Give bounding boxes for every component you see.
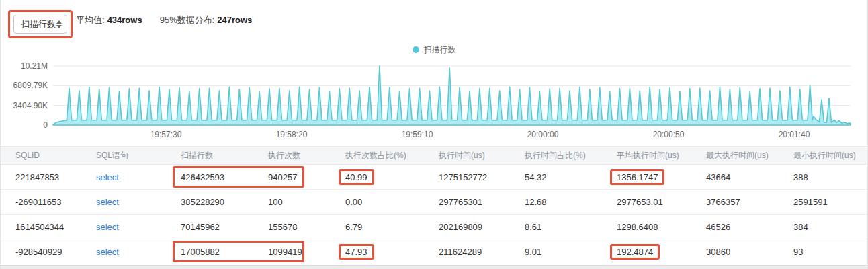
- cell-exec_time: 297765301: [424, 190, 510, 214]
- cell-avg_time: 1356.1747: [602, 165, 691, 189]
- cell-exec_time: 1275152772: [424, 165, 510, 189]
- legend-label: 扫描行数: [424, 44, 456, 56]
- annotation-box-avg_time: 1356.1747: [610, 169, 664, 185]
- cell-scan_rows: 385228290: [166, 190, 253, 214]
- stat-p95-value: 247rows: [217, 15, 252, 25]
- chart-legend[interactable]: 扫描行数: [1, 40, 867, 59]
- scan-rows-area-chart[interactable]: 10.21M6809.79K3404.90K019:57:3019:58:201…: [1, 59, 868, 145]
- column-header: 最小执行时间(us): [779, 147, 868, 164]
- x-axis-tick-label: 20:00:50: [653, 130, 685, 139]
- sql-stats-table: SQLIDSQL语句扫描行数执行次数执行次数占比(%)执行时间(us)执行时间占…: [1, 146, 867, 264]
- cell-exec_count: 940257: [253, 165, 331, 189]
- cell-min_time: 93: [779, 239, 868, 264]
- y-axis-tick-label: 3404.90K: [13, 101, 48, 110]
- sql-statement-link[interactable]: select: [96, 172, 119, 182]
- cell-sqlid: -269011653: [1, 190, 81, 214]
- y-axis-tick-label: 10.21M: [21, 61, 48, 71]
- cell-sql: select: [81, 239, 166, 264]
- x-axis-tick-label: 20:00:00: [527, 130, 559, 139]
- cell-avg_time: 1298.6408: [602, 215, 691, 239]
- table-row: 1614504344select701459621556786.79202169…: [1, 215, 867, 239]
- legend-marker-icon: [413, 46, 419, 53]
- sql-statement-link[interactable]: select: [96, 197, 119, 207]
- x-axis-tick-label: 19:59:10: [402, 130, 433, 139]
- cell-exec_count: 155678: [253, 215, 331, 239]
- cell-max_time: 3766357: [691, 190, 779, 214]
- stats-bar: 平均值:434rows 95%数据分布:247rows: [76, 0, 252, 40]
- column-header: 执行时间(us): [424, 147, 510, 164]
- toolbar: 扫描行数 平均值:434rows 95%数据分布:247rows: [1, 0, 867, 40]
- cell-exec_pct: 6.79: [331, 215, 424, 239]
- area-series-scan-rows[interactable]: [53, 66, 851, 125]
- cell-exec_pct: 40.99: [331, 165, 424, 189]
- cell-min_time: 384: [779, 215, 868, 239]
- annotation-box-exec_pct: 47.93: [339, 244, 374, 260]
- table-row: -928540929select17005882109941947.932116…: [1, 239, 867, 264]
- sql-analytics-panel: 扫描行数 平均值:434rows 95%数据分布:247rows 扫描行数 10…: [0, 0, 868, 269]
- stat-average-value: 434rows: [107, 15, 142, 25]
- cell-sql: select: [81, 190, 166, 214]
- cell-avg_time: 192.4874: [602, 239, 691, 264]
- cell-exec_time_pct: 9.01: [510, 239, 602, 264]
- cell-min_time: 2591591: [779, 190, 868, 214]
- annotation-box-avg_time: 192.4874: [610, 244, 660, 260]
- column-header: 执行次数占比(%): [331, 147, 424, 164]
- metric-select-value: 扫描行数: [21, 18, 56, 30]
- sql-statement-link[interactable]: select: [96, 222, 119, 232]
- cell-max_time: 43664: [691, 165, 779, 189]
- column-header: SQLID: [1, 147, 81, 164]
- metric-select[interactable]: 扫描行数: [13, 15, 67, 34]
- cell-avg_time: 2977653.01: [602, 190, 691, 214]
- column-header: 执行时间占比(%): [510, 147, 602, 164]
- table-row: -269011653select3852282901000.0029776530…: [1, 190, 867, 215]
- cell-sqlid: -928540929: [1, 239, 81, 264]
- cell-min_time: 388: [779, 165, 868, 189]
- annotation-box-metric-select: 扫描行数: [8, 10, 73, 38]
- cell-exec_pct: 0.00: [331, 190, 424, 214]
- cell-sqlid: 1614504344: [1, 215, 81, 239]
- table-body: 221847853select42643259394025740.9912751…: [1, 165, 867, 264]
- cell-max_time: 30860: [691, 239, 779, 264]
- sql-statement-link[interactable]: select: [96, 247, 119, 257]
- annotation-box-exec_pct: 40.99: [339, 169, 374, 185]
- cell-sql: select: [81, 215, 166, 239]
- x-axis-tick-label: 19:57:30: [150, 130, 182, 139]
- x-axis-tick-label: 20:01:40: [779, 130, 810, 139]
- cell-scan_rows: 17005882: [166, 239, 253, 264]
- cell-exec_count: 100: [253, 190, 331, 214]
- x-axis-tick-label: 19:58:20: [276, 130, 308, 139]
- stat-p95-label: 95%数据分布:: [160, 15, 215, 25]
- stat-p95: 95%数据分布:247rows: [160, 14, 253, 26]
- cell-exec_time: 202169809: [424, 215, 510, 239]
- column-header: 执行次数: [253, 147, 331, 164]
- y-axis-tick-label: 6809.79K: [13, 81, 48, 90]
- cell-sqlid: 221847853: [1, 165, 81, 189]
- cell-scan_rows: 70145962: [166, 215, 253, 239]
- table-row: 221847853select42643259394025740.9912751…: [1, 165, 867, 190]
- cell-exec_time_pct: 54.32: [510, 165, 602, 189]
- cell-exec_count: 1099419: [253, 239, 331, 264]
- column-header: SQL语句: [81, 147, 166, 164]
- y-axis-tick-label: 0: [43, 120, 48, 130]
- column-header: 平均执行时间(us): [602, 147, 691, 164]
- cell-exec_pct: 47.93: [331, 239, 424, 264]
- cell-sql: select: [81, 165, 166, 189]
- cell-scan_rows: 426432593: [166, 165, 253, 189]
- table-header-row: SQLIDSQL语句扫描行数执行次数执行次数占比(%)执行时间(us)执行时间占…: [1, 146, 867, 165]
- cell-exec_time: 211624289: [424, 239, 510, 264]
- column-header: 最大执行时间(us): [691, 147, 779, 164]
- select-updown-icon: [56, 20, 62, 28]
- column-header: 扫描行数: [166, 147, 253, 164]
- bottom-edge: [1, 265, 867, 269]
- cell-exec_time_pct: 8.61: [510, 215, 602, 239]
- cell-exec_time_pct: 12.68: [510, 190, 602, 214]
- cell-max_time: 46526: [691, 215, 779, 239]
- stat-average: 平均值:434rows: [76, 14, 142, 26]
- stat-average-label: 平均值:: [76, 15, 105, 25]
